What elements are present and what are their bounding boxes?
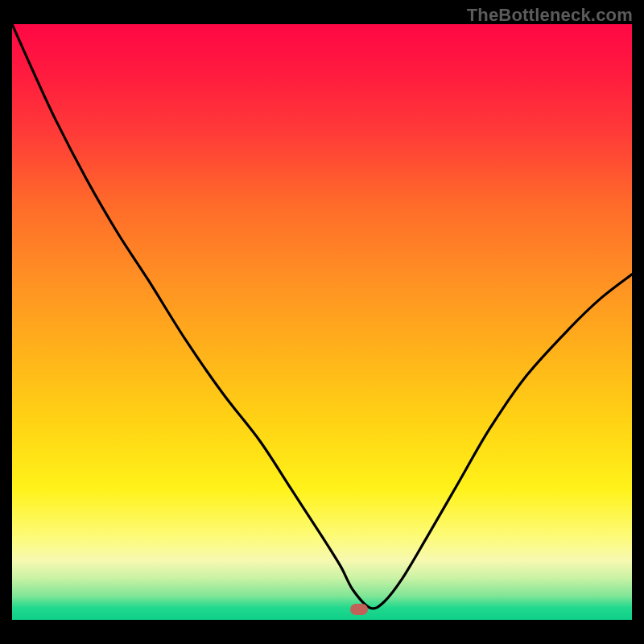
bottleneck-curve-svg	[12, 24, 632, 620]
watermark-text: TheBottleneck.com	[467, 5, 633, 26]
optimal-point-marker	[350, 604, 368, 615]
bottleneck-curve-path	[12, 24, 632, 609]
chart-frame: TheBottleneck.com	[0, 0, 644, 644]
